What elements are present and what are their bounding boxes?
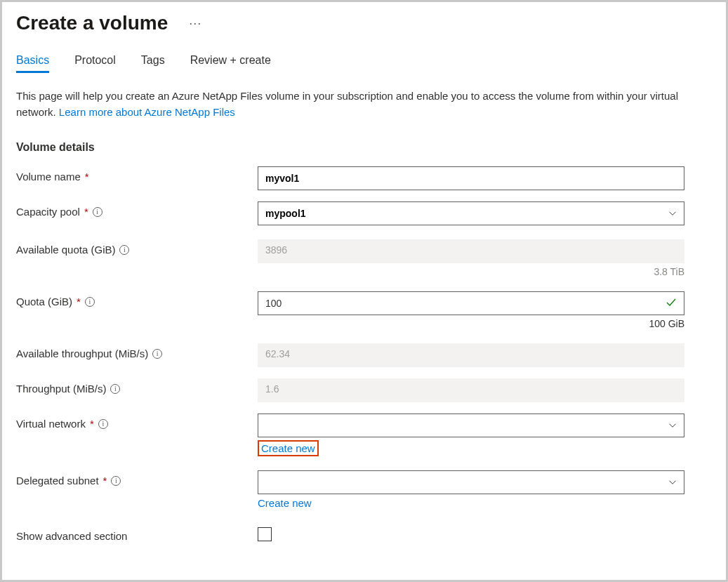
info-icon[interactable]: i — [98, 419, 108, 429]
available-quota-readonly: 3896 — [258, 239, 684, 263]
chevron-down-icon — [668, 421, 677, 430]
tab-protocol[interactable]: Protocol — [74, 54, 116, 73]
subnet-create-new-link[interactable]: Create new — [258, 497, 312, 509]
required-icon: * — [84, 206, 88, 218]
tab-tags[interactable]: Tags — [141, 54, 165, 73]
info-icon[interactable]: i — [119, 245, 129, 255]
page-title: Create a volume — [16, 12, 168, 34]
required-icon: * — [77, 296, 81, 307]
available-quota-helper: 3.8 TiB — [258, 266, 684, 277]
chevron-down-icon — [668, 209, 677, 218]
chevron-down-icon — [668, 478, 677, 487]
more-actions-icon[interactable]: ··· — [189, 16, 201, 31]
tab-review-create[interactable]: Review + create — [190, 54, 271, 73]
learn-more-link[interactable]: Learn more about Azure NetApp Files — [59, 106, 235, 118]
info-icon[interactable]: i — [93, 207, 102, 217]
tab-bar: Basics Protocol Tags Review + create — [16, 54, 712, 73]
required-icon: * — [103, 475, 107, 487]
label-available-quota: Available quota (GiB) i — [16, 239, 258, 256]
delegated-subnet-select[interactable] — [258, 470, 684, 494]
create-volume-pane: Create a volume ··· Basics Protocol Tags… — [0, 0, 728, 582]
label-show-advanced: Show advanced section — [16, 526, 258, 542]
capacity-pool-select[interactable]: mypool1 — [258, 201, 684, 225]
pane-header: Create a volume ··· — [16, 12, 712, 34]
intro-text: This page will help you create an Azure … — [16, 88, 704, 120]
volume-name-input[interactable] — [258, 166, 684, 190]
section-volume-details: Volume details — [16, 141, 712, 154]
show-advanced-checkbox[interactable] — [258, 527, 272, 541]
label-delegated-subnet: Delegated subnet * i — [16, 470, 258, 487]
virtual-network-select[interactable] — [258, 414, 684, 437]
required-icon: * — [90, 418, 94, 430]
label-available-throughput: Available throughput (MiB/s) i — [16, 343, 258, 359]
label-capacity-pool: Capacity pool * i — [16, 201, 258, 218]
info-icon[interactable]: i — [110, 384, 120, 394]
required-icon: * — [85, 171, 89, 183]
label-quota: Quota (GiB) * i — [16, 291, 258, 307]
label-throughput: Throughput (MiB/s) i — [16, 378, 258, 395]
check-icon — [666, 297, 677, 310]
info-icon[interactable]: i — [111, 476, 121, 486]
label-virtual-network: Virtual network * i — [16, 414, 258, 430]
tab-basics[interactable]: Basics — [16, 54, 49, 73]
info-icon[interactable]: i — [85, 297, 95, 307]
vnet-create-new-link[interactable]: Create new — [258, 440, 319, 456]
quota-input[interactable]: 100 — [258, 291, 684, 315]
label-volume-name: Volume name * — [16, 166, 258, 183]
info-icon[interactable]: i — [152, 349, 162, 359]
throughput-readonly: 1.6 — [258, 378, 684, 402]
available-throughput-readonly: 62.34 — [258, 343, 684, 367]
quota-helper: 100 GiB — [258, 318, 684, 329]
